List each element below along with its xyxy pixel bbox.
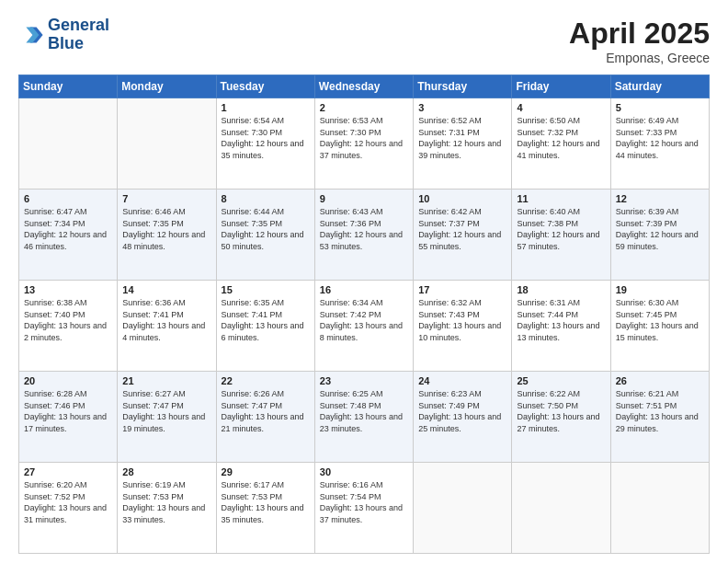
calendar-cell-4-0: 27Sunrise: 6:20 AM Sunset: 7:52 PM Dayli… [19, 463, 118, 554]
calendar-cell-3-0: 20Sunrise: 6:28 AM Sunset: 7:46 PM Dayli… [19, 372, 118, 463]
day-number: 9 [320, 193, 408, 204]
logo-text: General Blue [48, 17, 109, 53]
calendar-cell-0-6: 5Sunrise: 6:49 AM Sunset: 7:33 PM Daylig… [610, 98, 709, 190]
day-number: 8 [222, 193, 310, 204]
day-info: Sunrise: 6:46 AM Sunset: 7:35 PM Dayligh… [122, 206, 210, 252]
day-info: Sunrise: 6:54 AM Sunset: 7:30 PM Dayligh… [222, 115, 310, 161]
calendar-row-0: 1Sunrise: 6:54 AM Sunset: 7:30 PM Daylig… [19, 98, 710, 190]
calendar-cell-4-1: 28Sunrise: 6:19 AM Sunset: 7:53 PM Dayli… [118, 463, 216, 554]
day-number: 30 [320, 466, 408, 477]
day-info: Sunrise: 6:31 AM Sunset: 7:44 PM Dayligh… [517, 297, 605, 343]
day-number: 4 [517, 102, 605, 113]
day-number: 21 [122, 375, 210, 386]
day-number: 14 [122, 284, 210, 295]
day-info: Sunrise: 6:25 AM Sunset: 7:48 PM Dayligh… [320, 388, 408, 434]
day-info: Sunrise: 6:16 AM Sunset: 7:54 PM Dayligh… [320, 479, 408, 525]
calendar-cell-0-5: 4Sunrise: 6:50 AM Sunset: 7:32 PM Daylig… [512, 98, 610, 190]
day-info: Sunrise: 6:39 AM Sunset: 7:39 PM Dayligh… [616, 206, 704, 252]
day-number: 16 [320, 284, 408, 295]
calendar-cell-0-4: 3Sunrise: 6:52 AM Sunset: 7:31 PM Daylig… [414, 98, 512, 190]
day-number: 26 [616, 375, 704, 386]
calendar-cell-3-6: 26Sunrise: 6:21 AM Sunset: 7:51 PM Dayli… [610, 372, 709, 463]
calendar-cell-4-2: 29Sunrise: 6:17 AM Sunset: 7:53 PM Dayli… [216, 463, 314, 554]
day-info: Sunrise: 6:35 AM Sunset: 7:41 PM Dayligh… [222, 297, 310, 343]
day-number: 29 [222, 466, 310, 477]
calendar-cell-2-3: 16Sunrise: 6:34 AM Sunset: 7:42 PM Dayli… [314, 281, 413, 372]
calendar-cell-2-1: 14Sunrise: 6:36 AM Sunset: 7:41 PM Dayli… [118, 281, 216, 372]
header: General Blue April 2025 Emponas, Greece [18, 17, 710, 65]
day-info: Sunrise: 6:38 AM Sunset: 7:40 PM Dayligh… [24, 297, 112, 343]
calendar-cell-2-0: 13Sunrise: 6:38 AM Sunset: 7:40 PM Dayli… [19, 281, 118, 372]
logo-line1: General [48, 17, 109, 35]
day-info: Sunrise: 6:21 AM Sunset: 7:51 PM Dayligh… [616, 388, 704, 434]
calendar-cell-4-5 [512, 463, 610, 554]
logo-icon [18, 22, 44, 48]
calendar-cell-4-4 [414, 463, 512, 554]
calendar-row-4: 27Sunrise: 6:20 AM Sunset: 7:52 PM Dayli… [19, 463, 710, 554]
day-info: Sunrise: 6:53 AM Sunset: 7:30 PM Dayligh… [320, 115, 408, 161]
calendar-cell-1-5: 11Sunrise: 6:40 AM Sunset: 7:38 PM Dayli… [512, 190, 610, 281]
col-thursday: Thursday [414, 75, 512, 98]
day-number: 25 [517, 375, 605, 386]
day-number: 13 [24, 284, 112, 295]
day-info: Sunrise: 6:20 AM Sunset: 7:52 PM Dayligh… [24, 479, 112, 525]
col-sunday: Sunday [19, 75, 118, 98]
day-number: 17 [418, 284, 506, 295]
day-info: Sunrise: 6:22 AM Sunset: 7:50 PM Dayligh… [517, 388, 605, 434]
calendar-cell-2-2: 15Sunrise: 6:35 AM Sunset: 7:41 PM Dayli… [216, 281, 314, 372]
calendar-cell-1-1: 7Sunrise: 6:46 AM Sunset: 7:35 PM Daylig… [118, 190, 216, 281]
calendar-cell-3-2: 22Sunrise: 6:26 AM Sunset: 7:47 PM Dayli… [216, 372, 314, 463]
calendar-cell-0-1 [118, 98, 216, 190]
day-info: Sunrise: 6:19 AM Sunset: 7:53 PM Dayligh… [122, 479, 210, 525]
day-number: 28 [122, 466, 210, 477]
day-info: Sunrise: 6:26 AM Sunset: 7:47 PM Dayligh… [222, 388, 310, 434]
day-number: 15 [222, 284, 310, 295]
calendar-cell-0-0 [19, 98, 118, 190]
day-number: 18 [517, 284, 605, 295]
day-info: Sunrise: 6:30 AM Sunset: 7:45 PM Dayligh… [616, 297, 704, 343]
day-number: 10 [418, 193, 506, 204]
day-number: 5 [616, 102, 704, 113]
calendar-row-1: 6Sunrise: 6:47 AM Sunset: 7:34 PM Daylig… [19, 190, 710, 281]
day-number: 1 [222, 102, 310, 113]
calendar-cell-2-5: 18Sunrise: 6:31 AM Sunset: 7:44 PM Dayli… [512, 281, 610, 372]
day-number: 27 [24, 466, 112, 477]
calendar-cell-4-6 [610, 463, 709, 554]
calendar-cell-3-5: 25Sunrise: 6:22 AM Sunset: 7:50 PM Dayli… [512, 372, 610, 463]
calendar-cell-0-3: 2Sunrise: 6:53 AM Sunset: 7:30 PM Daylig… [314, 98, 413, 190]
calendar-cell-0-2: 1Sunrise: 6:54 AM Sunset: 7:30 PM Daylig… [216, 98, 314, 190]
col-wednesday: Wednesday [314, 75, 413, 98]
day-info: Sunrise: 6:50 AM Sunset: 7:32 PM Dayligh… [517, 115, 605, 161]
day-info: Sunrise: 6:52 AM Sunset: 7:31 PM Dayligh… [418, 115, 506, 161]
logo-line2: Blue [48, 35, 109, 53]
day-number: 19 [616, 284, 704, 295]
day-info: Sunrise: 6:44 AM Sunset: 7:35 PM Dayligh… [222, 206, 310, 252]
calendar-cell-1-4: 10Sunrise: 6:42 AM Sunset: 7:37 PM Dayli… [414, 190, 512, 281]
calendar-cell-1-0: 6Sunrise: 6:47 AM Sunset: 7:34 PM Daylig… [19, 190, 118, 281]
day-number: 6 [24, 193, 112, 204]
day-info: Sunrise: 6:42 AM Sunset: 7:37 PM Dayligh… [418, 206, 506, 252]
day-info: Sunrise: 6:17 AM Sunset: 7:53 PM Dayligh… [222, 479, 310, 525]
day-info: Sunrise: 6:49 AM Sunset: 7:33 PM Dayligh… [616, 115, 704, 161]
day-info: Sunrise: 6:36 AM Sunset: 7:41 PM Dayligh… [122, 297, 210, 343]
day-info: Sunrise: 6:43 AM Sunset: 7:36 PM Dayligh… [320, 206, 408, 252]
header-row: Sunday Monday Tuesday Wednesday Thursday… [19, 75, 710, 98]
day-info: Sunrise: 6:27 AM Sunset: 7:47 PM Dayligh… [122, 388, 210, 434]
day-info: Sunrise: 6:28 AM Sunset: 7:46 PM Dayligh… [24, 388, 112, 434]
col-tuesday: Tuesday [216, 75, 314, 98]
calendar-cell-4-3: 30Sunrise: 6:16 AM Sunset: 7:54 PM Dayli… [314, 463, 413, 554]
day-info: Sunrise: 6:32 AM Sunset: 7:43 PM Dayligh… [418, 297, 506, 343]
day-number: 7 [122, 193, 210, 204]
page: General Blue April 2025 Emponas, Greece … [0, 0, 728, 563]
day-number: 12 [616, 193, 704, 204]
day-info: Sunrise: 6:47 AM Sunset: 7:34 PM Dayligh… [24, 206, 112, 252]
day-number: 24 [418, 375, 506, 386]
calendar-cell-3-1: 21Sunrise: 6:27 AM Sunset: 7:47 PM Dayli… [118, 372, 216, 463]
title-location: Emponas, Greece [569, 51, 710, 65]
calendar-cell-1-3: 9Sunrise: 6:43 AM Sunset: 7:36 PM Daylig… [314, 190, 413, 281]
day-number: 22 [222, 375, 310, 386]
calendar-cell-3-4: 24Sunrise: 6:23 AM Sunset: 7:49 PM Dayli… [414, 372, 512, 463]
calendar-row-2: 13Sunrise: 6:38 AM Sunset: 7:40 PM Dayli… [19, 281, 710, 372]
calendar-cell-1-2: 8Sunrise: 6:44 AM Sunset: 7:35 PM Daylig… [216, 190, 314, 281]
col-saturday: Saturday [610, 75, 709, 98]
